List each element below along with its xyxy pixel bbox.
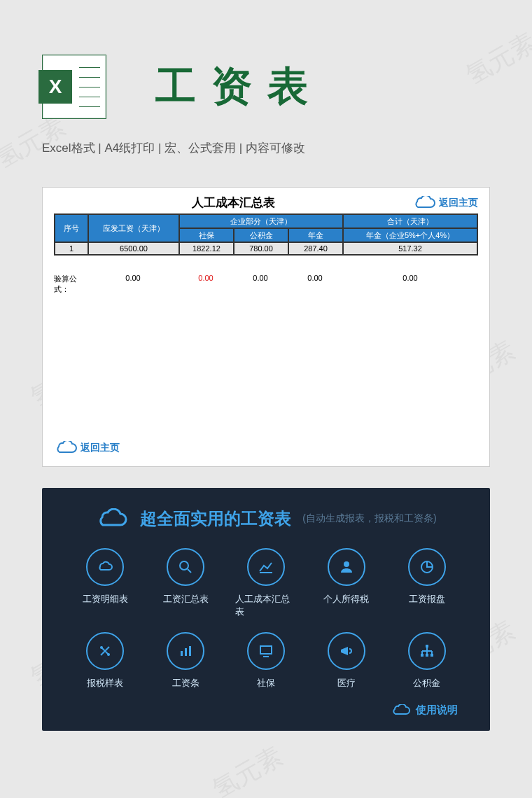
- verify-gjj: 0.00: [233, 272, 288, 296]
- nav-footer-label: 使用说明: [416, 704, 458, 717]
- back-home-link-top[interactable]: 返回主页: [412, 196, 478, 210]
- header: X 工资表: [0, 0, 532, 133]
- pie-chart-icon: [419, 559, 435, 575]
- col-seq: 序号: [55, 214, 88, 242]
- nav-label: 报税样表: [87, 677, 123, 690]
- cloud-icon: [412, 196, 436, 210]
- chart-line-icon: [258, 559, 274, 575]
- excel-x-badge: X: [38, 70, 72, 104]
- nav-btn-income-tax[interactable]: 个人所得税: [315, 548, 377, 618]
- nav-grid: 工资明细表 工资汇总表 人工成本汇总表 个人所得税 工资报盘 报税样表 工资条: [74, 548, 458, 690]
- search-icon: [177, 559, 194, 575]
- svg-point-0: [180, 561, 188, 570]
- nav-label: 工资明细表: [83, 593, 128, 606]
- cell-salary: 6500.00: [88, 242, 179, 255]
- svg-point-3: [344, 561, 349, 567]
- cloud-icon: [391, 704, 412, 717]
- back-home-label: 返回主页: [439, 197, 478, 209]
- nav-label: 公积金: [413, 677, 440, 690]
- cloud-logo-icon: [95, 508, 129, 529]
- nav-subtitle: (自动生成报表，报税和工资条): [302, 512, 436, 525]
- nav-btn-medical[interactable]: 医疗: [315, 632, 377, 690]
- nav-btn-pay-slip[interactable]: 工资条: [155, 632, 217, 690]
- nav-btn-tax-template[interactable]: 报税样表: [74, 632, 136, 690]
- svg-rect-15: [421, 654, 424, 657]
- cell-seq: 1: [55, 242, 88, 255]
- verify-salary: 0.00: [88, 272, 178, 296]
- megaphone-icon: [338, 643, 355, 659]
- table-row: 1 6500.00 1822.12 780.00 287.40 517.32: [55, 242, 477, 255]
- cell-gjj: 780.00: [234, 242, 288, 255]
- cloud-icon: [54, 441, 78, 455]
- col-shebao: 社保: [179, 228, 234, 242]
- svg-rect-9: [181, 651, 183, 656]
- cell-shebao: 1822.12: [179, 242, 234, 255]
- nav-btn-salary-export[interactable]: 工资报盘: [396, 548, 458, 618]
- col-salary: 应发工资（天津）: [88, 214, 179, 242]
- bar-chart-icon: [177, 643, 194, 659]
- nav-label: 医疗: [337, 677, 356, 690]
- cell-total: 517.32: [343, 242, 477, 255]
- svg-line-1: [188, 569, 191, 573]
- nav-panel: 超全面实用的工资表 (自动生成报表，报税和工资条) 工资明细表 工资汇总表 人工…: [42, 488, 490, 731]
- back-home-label: 返回主页: [80, 442, 120, 454]
- person-icon: [338, 559, 355, 575]
- nav-title: 超全面实用的工资表: [140, 507, 291, 530]
- svg-point-8: [107, 653, 110, 656]
- nav-btn-housing-fund[interactable]: 公积金: [396, 632, 458, 690]
- summary-table: 序号 应发工资（天津） 企业部分（天津） 社保 公积金 年金 合计（天津） 年金…: [54, 214, 478, 255]
- verify-nianjin: 0.00: [288, 272, 342, 296]
- excel-sheet-lines: [79, 62, 100, 111]
- col-group-total: 合计（天津）: [343, 214, 477, 228]
- verify-total: 0.00: [342, 272, 478, 296]
- watermark: 氢元素: [206, 739, 289, 798]
- tools-icon: [97, 643, 113, 659]
- svg-rect-14: [426, 645, 428, 648]
- svg-rect-12: [260, 646, 272, 654]
- org-chart-icon: [419, 643, 435, 659]
- cloud-icon: [97, 559, 113, 575]
- col-nianjin: 年金: [288, 228, 343, 242]
- nav-label: 工资汇总表: [163, 593, 209, 606]
- nav-label: 社保: [257, 677, 275, 690]
- sheet-title: 人工成本汇总表: [54, 195, 412, 211]
- back-home-link-bottom[interactable]: 返回主页: [54, 441, 120, 455]
- svg-rect-16: [426, 654, 428, 657]
- nav-btn-salary-summary[interactable]: 工资汇总表: [155, 548, 217, 618]
- nav-footer-link[interactable]: 使用说明: [74, 704, 458, 717]
- monitor-icon: [258, 643, 274, 659]
- nav-label: 工资报盘: [409, 593, 445, 606]
- nav-label: 个人所得税: [323, 593, 369, 606]
- col-total-sub: 年金（企业5%+个人4%）: [343, 228, 477, 242]
- svg-rect-17: [430, 654, 433, 657]
- cell-nianjin: 287.40: [288, 242, 343, 255]
- nav-btn-social-insurance[interactable]: 社保: [235, 632, 298, 690]
- meta-line: Excel格式 | A4纸打印 | 宏、公式套用 | 内容可修改: [0, 133, 532, 177]
- svg-rect-10: [185, 648, 187, 656]
- verify-label: 验算公式：: [54, 272, 88, 296]
- verify-shebao: 0.00: [178, 272, 233, 296]
- nav-btn-salary-detail[interactable]: 工资明细表: [74, 548, 136, 618]
- svg-point-7: [100, 646, 103, 649]
- page-title: 工资表: [155, 59, 323, 114]
- svg-rect-11: [189, 646, 191, 656]
- spreadsheet-panel: 人工成本汇总表 返回主页 序号 应发工资（天津） 企业部分（天津） 社保 公积金…: [42, 187, 490, 467]
- nav-label: 工资条: [172, 677, 200, 690]
- verify-row: 验算公式： 0.00 0.00 0.00 0.00 0.00: [54, 272, 478, 296]
- nav-btn-labor-cost[interactable]: 人工成本汇总表: [235, 548, 298, 618]
- col-group-enterprise: 企业部分（天津）: [179, 214, 343, 228]
- excel-icon: X: [42, 55, 106, 119]
- nav-label: 人工成本汇总表: [235, 593, 298, 618]
- col-gjj: 公积金: [234, 228, 288, 242]
